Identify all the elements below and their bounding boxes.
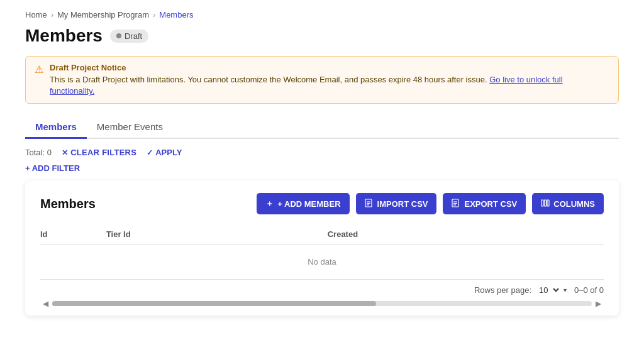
clear-filters-button[interactable]: ✕ CLEAR FILTERS bbox=[62, 148, 136, 157]
import-csv-label: IMPORT CSV bbox=[377, 199, 428, 209]
members-card: Members ＋ + ADD MEMBER IMPOR bbox=[25, 180, 619, 316]
columns-label: COLUMNS bbox=[553, 199, 595, 209]
svg-rect-8 bbox=[541, 200, 543, 206]
dropdown-icon: ▾ bbox=[564, 287, 567, 294]
add-filter-label: + ADD FILTER bbox=[25, 163, 80, 173]
breadcrumb: Home › My Membership Program › Members bbox=[25, 10, 619, 19]
members-table: Id Tier Id Created No data bbox=[40, 224, 604, 280]
notice-content: Draft Project Notice This is a Draft Pro… bbox=[50, 63, 609, 97]
scroll-right-icon[interactable]: ▶ bbox=[593, 299, 604, 308]
filter-bar: Total: 0 ✕ CLEAR FILTERS ✓ APPLY bbox=[25, 148, 619, 157]
scrollbar-track[interactable]: ◀ ▶ bbox=[40, 299, 604, 308]
draft-badge: Draft bbox=[110, 30, 148, 43]
col-id: Id bbox=[40, 224, 106, 245]
x-icon: ✕ bbox=[62, 148, 68, 157]
members-card-header: Members ＋ + ADD MEMBER IMPOR bbox=[40, 193, 604, 214]
notice-title: Draft Project Notice bbox=[50, 63, 609, 72]
svg-rect-9 bbox=[545, 200, 547, 206]
add-filter-row: + ADD FILTER bbox=[25, 163, 619, 173]
breadcrumb-sep-1: › bbox=[51, 10, 53, 19]
check-icon: ✓ bbox=[147, 148, 153, 157]
scrollbar-thumb[interactable] bbox=[52, 301, 376, 306]
clear-filters-label: CLEAR FILTERS bbox=[70, 148, 136, 157]
total-label: Total: 0 bbox=[25, 148, 52, 157]
no-data-row: No data bbox=[40, 245, 604, 280]
card-actions: ＋ + ADD MEMBER IMPORT CSV bbox=[257, 193, 604, 214]
page-title: Members bbox=[25, 26, 103, 46]
breadcrumb-home[interactable]: Home bbox=[25, 10, 47, 19]
col-tier-id: Tier Id bbox=[106, 224, 328, 245]
tab-member-events[interactable]: Member Events bbox=[87, 116, 173, 139]
plus-icon: ＋ bbox=[265, 198, 274, 209]
pagination-range: 0–0 of 0 bbox=[574, 285, 604, 295]
notice-body: This is a Draft Project with limitations… bbox=[50, 75, 487, 84]
import-csv-button[interactable]: IMPORT CSV bbox=[356, 193, 437, 214]
breadcrumb-sep-2: › bbox=[153, 10, 155, 19]
export-icon bbox=[452, 199, 460, 209]
add-member-label: + ADD MEMBER bbox=[277, 199, 340, 209]
rows-per-page-select[interactable]: 10 25 50 bbox=[534, 285, 561, 295]
add-member-button[interactable]: ＋ + ADD MEMBER bbox=[257, 193, 349, 214]
export-csv-label: EXPORT CSV bbox=[464, 199, 517, 209]
no-data-cell: No data bbox=[40, 245, 604, 280]
pagination-row: Rows per page: 10 25 50 ▾ 0–0 of 0 bbox=[40, 285, 604, 295]
scrollbar-full bbox=[52, 301, 592, 306]
apply-button[interactable]: ✓ APPLY bbox=[147, 148, 182, 157]
svg-rect-10 bbox=[547, 200, 549, 206]
warning-icon: ⚠ bbox=[35, 63, 43, 75]
breadcrumb-current: Members bbox=[159, 10, 193, 19]
rows-per-page: Rows per page: 10 25 50 ▾ bbox=[474, 285, 567, 295]
tabs-row: Members Member Events bbox=[25, 116, 619, 139]
columns-button[interactable]: COLUMNS bbox=[532, 193, 604, 214]
breadcrumb-program[interactable]: My Membership Program bbox=[57, 10, 149, 19]
notice-text: This is a Draft Project with limitations… bbox=[50, 74, 609, 97]
table-header-row: Id Tier Id Created bbox=[40, 224, 604, 245]
import-icon bbox=[365, 199, 374, 209]
draft-dot-icon bbox=[116, 33, 121, 38]
columns-icon bbox=[541, 199, 550, 209]
draft-badge-label: Draft bbox=[125, 31, 142, 41]
col-created: Created bbox=[328, 224, 604, 245]
scroll-left-icon[interactable]: ◀ bbox=[40, 299, 51, 308]
apply-label: APPLY bbox=[155, 148, 182, 157]
draft-notice-banner: ⚠ Draft Project Notice This is a Draft P… bbox=[25, 56, 619, 104]
add-filter-button[interactable]: + ADD FILTER bbox=[25, 163, 80, 173]
export-csv-button[interactable]: EXPORT CSV bbox=[443, 193, 526, 214]
rows-per-page-label: Rows per page: bbox=[474, 285, 531, 295]
members-card-title: Members bbox=[40, 197, 96, 211]
page-title-row: Members Draft bbox=[25, 26, 619, 46]
tab-members[interactable]: Members bbox=[25, 116, 87, 139]
